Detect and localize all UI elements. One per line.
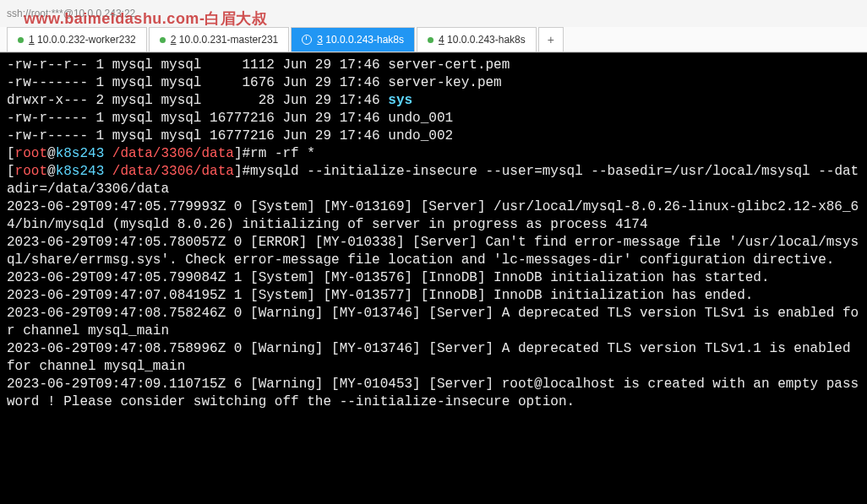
log-line: 2023-06-29T09:47:07.084195Z 1 [System] [… <box>7 288 753 303</box>
file-row: -rw-r----- 1 mysql mysql 16777216 Jun 29… <box>7 128 453 144</box>
terminal[interactable]: -rw-r--r-- 1 mysql mysql 1112 Jun 29 17:… <box>0 52 867 504</box>
tab-1[interactable]: 1 10.0.0.232-worker232 <box>7 27 147 51</box>
log-line: 2023-06-29T09:47:08.758996Z 0 [Warning] … <box>7 341 859 374</box>
tab-number: 3 <box>317 34 323 46</box>
log-line: 2023-06-29T09:47:09.110715Z 6 [Warning] … <box>7 377 859 409</box>
tab-3-active[interactable]: 3 10.0.0.243-hak8s <box>291 27 415 51</box>
status-dot-icon <box>428 37 434 43</box>
prompt-host: k8s243 <box>56 164 105 179</box>
file-row: drwxr-x--- 2 mysql mysql 28 Jun 29 17:46 <box>7 93 388 108</box>
prompt-host: k8s243 <box>56 146 105 161</box>
prompt-bracket: ]# <box>234 146 250 161</box>
file-row: -rw------- 1 mysql mysql 1676 Jun 29 17:… <box>7 75 502 90</box>
add-tab-button[interactable]: + <box>538 27 564 51</box>
file-row: -rw-r--r-- 1 mysql mysql 1112 Jun 29 17:… <box>7 57 510 73</box>
tab-number: 4 <box>439 34 444 46</box>
watermark-cn: -白眉大叔 <box>199 10 268 27</box>
tab-label: 10.0.0.232-worker232 <box>37 34 136 46</box>
status-dot-icon <box>18 37 24 43</box>
prompt-path: /data/3306/data <box>112 164 234 179</box>
status-dot-icon <box>160 37 166 43</box>
log-line: 2023-06-29T09:47:05.799084Z 1 [System] [… <box>7 270 770 285</box>
log-line: 2023-06-29T09:47:05.780057Z 0 [ERROR] [M… <box>7 235 859 268</box>
file-row: -rw-r----- 1 mysql mysql 16777216 Jun 29… <box>7 111 453 126</box>
tab-4[interactable]: 4 10.0.0.243-hak8s <box>417 27 537 51</box>
prompt-at: @ <box>47 164 56 179</box>
prompt-at: @ <box>47 146 56 161</box>
prompt-user: root <box>15 146 47 161</box>
tab-label: 10.0.0.231-master231 <box>179 34 278 46</box>
tab-bar: 1 10.0.0.232-worker232 2 10.0.0.231-mast… <box>0 27 867 52</box>
tab-number: 2 <box>171 34 177 46</box>
log-line: 2023-06-29T09:47:08.758246Z 0 [Warning] … <box>7 306 859 339</box>
prompt-bracket: ]# <box>234 164 250 179</box>
clock-icon <box>302 35 312 45</box>
log-line: 2023-06-29T09:47:05.779993Z 0 [System] [… <box>7 199 859 232</box>
watermark: www.baimeidashu.com-白眉大叔 <box>24 8 267 29</box>
prompt-bracket: [ <box>7 164 15 179</box>
tab-label: 10.0.0.243-hak8s <box>325 34 404 46</box>
tab-number: 1 <box>29 34 35 46</box>
watermark-en: www.baimeidashu.com <box>24 10 199 27</box>
tab-label: 10.0.0.243-hak8s <box>447 34 526 46</box>
prompt-bracket: [ <box>7 146 15 161</box>
dir-name: sys <box>388 93 412 108</box>
plus-icon: + <box>548 33 554 46</box>
command: rm -rf * <box>250 146 315 161</box>
prompt-path: /data/3306/data <box>112 146 234 161</box>
prompt-user: root <box>15 164 47 179</box>
tab-2[interactable]: 2 10.0.0.231-master231 <box>149 27 289 51</box>
